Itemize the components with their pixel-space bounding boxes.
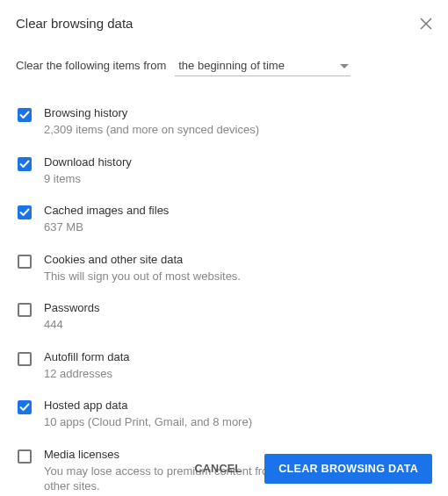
time-range-value: the beginning of time xyxy=(178,59,285,72)
option-checkbox[interactable] xyxy=(18,400,32,414)
time-range-row: Clear the following items from the begin… xyxy=(16,55,432,76)
option-label: Download history xyxy=(44,155,132,169)
option-text: Cached images and files637 MB xyxy=(44,204,169,235)
option-checkbox[interactable] xyxy=(18,352,32,366)
option-label: Cookies and other site data xyxy=(44,253,241,266)
clear-browsing-data-button[interactable]: CLEAR BROWSING DATA xyxy=(264,454,432,484)
option-sublabel: 10 apps (Cloud Print, Gmail, and 8 more) xyxy=(44,414,252,430)
option-label: Passwords xyxy=(44,301,100,314)
option-checkbox[interactable] xyxy=(18,255,32,269)
close-icon[interactable] xyxy=(420,18,432,30)
dialog-footer: CANCEL CLEAR BROWSING DATA xyxy=(180,454,432,484)
option-text: Cookies and other site dataThis will sig… xyxy=(44,253,241,284)
option-row: Download history9 items xyxy=(16,147,432,196)
cancel-button[interactable]: CANCEL xyxy=(180,454,256,484)
option-checkbox[interactable] xyxy=(18,449,32,464)
option-row: Hosted app data10 apps (Cloud Print, Gma… xyxy=(16,390,432,439)
option-sublabel: 2,309 items (and more on synced devices) xyxy=(44,122,259,138)
dialog-title: Clear browsing data xyxy=(16,16,133,31)
option-sublabel: 637 MB xyxy=(44,219,169,235)
option-checkbox[interactable] xyxy=(18,108,32,122)
option-sublabel: 9 items xyxy=(44,171,132,187)
options-list: Browsing history2,309 items (and more on… xyxy=(16,97,432,496)
option-row: Cookies and other site dataThis will sig… xyxy=(16,244,432,293)
option-checkbox[interactable] xyxy=(18,157,32,171)
dialog-header: Clear browsing data xyxy=(16,16,432,31)
option-text: Hosted app data10 apps (Cloud Print, Gma… xyxy=(44,399,252,430)
prompt-label: Clear the following items from xyxy=(16,59,166,72)
option-label: Browsing history xyxy=(44,106,259,119)
option-row: Autofill form data12 addresses xyxy=(16,341,432,391)
option-sublabel: 12 addresses xyxy=(44,366,130,382)
option-label: Hosted app data xyxy=(44,399,252,412)
option-sublabel: 444 xyxy=(44,317,100,333)
option-checkbox[interactable] xyxy=(18,205,32,219)
option-row: Passwords444 xyxy=(16,292,432,341)
option-row: Cached images and files637 MB xyxy=(16,195,432,244)
option-text: Autofill form data12 addresses xyxy=(44,350,130,382)
option-label: Cached images and files xyxy=(44,204,169,217)
option-text: Browsing history2,309 items (and more on… xyxy=(44,106,259,138)
chevron-down-icon xyxy=(340,59,349,72)
clear-browsing-data-dialog: Clear browsing data Clear the following … xyxy=(0,0,448,496)
option-row: Browsing history2,309 items (and more on… xyxy=(16,97,432,147)
option-label: Autofill form data xyxy=(44,350,130,363)
time-range-select[interactable]: the beginning of time xyxy=(175,55,350,76)
option-text: Passwords444 xyxy=(44,301,100,333)
option-sublabel: This will sign you out of most websites. xyxy=(44,269,241,284)
option-text: Download history9 items xyxy=(44,155,132,187)
option-checkbox[interactable] xyxy=(18,303,32,317)
